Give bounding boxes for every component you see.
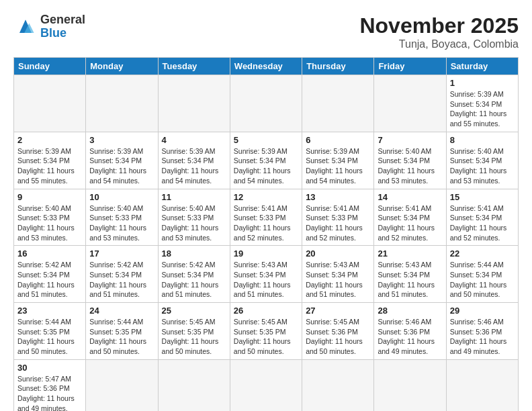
- day-header-tuesday: Tuesday: [158, 58, 230, 75]
- day-number: 11: [162, 192, 226, 202]
- day-number: 30: [17, 363, 82, 373]
- cell-info: Sunrise: 5:45 AM Sunset: 5:35 PM Dayligh…: [234, 317, 298, 357]
- day-number: 18: [162, 248, 226, 259]
- day-number: 5: [234, 135, 298, 145]
- cell-info: Sunrise: 5:40 AM Sunset: 5:33 PM Dayligh…: [89, 203, 154, 243]
- cell-info: Sunrise: 5:41 AM Sunset: 5:34 PM Dayligh…: [450, 203, 515, 243]
- cell-info: Sunrise: 5:40 AM Sunset: 5:34 PM Dayligh…: [450, 146, 515, 186]
- cell-info: Sunrise: 5:46 AM Sunset: 5:36 PM Dayligh…: [450, 317, 515, 357]
- cell-info: Sunrise: 5:39 AM Sunset: 5:34 PM Dayligh…: [234, 146, 298, 186]
- cell-info: Sunrise: 5:39 AM Sunset: 5:34 PM Dayligh…: [89, 146, 154, 186]
- cell-info: Sunrise: 5:44 AM Sunset: 5:35 PM Dayligh…: [17, 317, 82, 357]
- day-number: 23: [17, 306, 82, 316]
- cal-cell-24: 24Sunrise: 5:44 AM Sunset: 5:35 PM Dayli…: [86, 303, 158, 360]
- day-number: 7: [378, 135, 442, 145]
- header-row: SundayMondayTuesdayWednesdayThursdayFrid…: [14, 58, 519, 75]
- cell-info: Sunrise: 5:44 AM Sunset: 5:34 PM Dayligh…: [450, 260, 515, 300]
- cell-info: Sunrise: 5:46 AM Sunset: 5:36 PM Dayligh…: [378, 317, 442, 357]
- day-number: 9: [17, 192, 82, 202]
- day-header-thursday: Thursday: [302, 58, 374, 75]
- day-number: 8: [450, 135, 515, 145]
- cal-cell-11: 11Sunrise: 5:40 AM Sunset: 5:33 PM Dayli…: [158, 189, 230, 246]
- cal-cell-1: 1Sunrise: 5:39 AM Sunset: 5:34 PM Daylig…: [446, 75, 518, 132]
- day-number: 6: [306, 135, 370, 145]
- day-number: 25: [162, 306, 226, 316]
- day-number: 26: [234, 306, 298, 316]
- cal-cell-25: 25Sunrise: 5:45 AM Sunset: 5:35 PM Dayli…: [158, 303, 230, 360]
- day-number: 2: [17, 135, 82, 145]
- cell-info: Sunrise: 5:40 AM Sunset: 5:34 PM Dayligh…: [378, 146, 442, 186]
- cal-cell-empty-5-5: [374, 359, 446, 411]
- cal-cell-3: 3Sunrise: 5:39 AM Sunset: 5:34 PM Daylig…: [86, 132, 158, 189]
- cal-cell-6: 6Sunrise: 5:39 AM Sunset: 5:34 PM Daylig…: [302, 132, 374, 189]
- day-number: 27: [306, 306, 370, 316]
- cal-cell-18: 18Sunrise: 5:42 AM Sunset: 5:34 PM Dayli…: [158, 246, 230, 303]
- day-number: 22: [450, 248, 515, 259]
- cal-cell-23: 23Sunrise: 5:44 AM Sunset: 5:35 PM Dayli…: [14, 303, 86, 360]
- cell-info: Sunrise: 5:45 AM Sunset: 5:35 PM Dayligh…: [162, 317, 226, 357]
- week-row-1: 2Sunrise: 5:39 AM Sunset: 5:34 PM Daylig…: [14, 132, 519, 189]
- day-number: 10: [89, 192, 154, 202]
- cal-cell-12: 12Sunrise: 5:41 AM Sunset: 5:33 PM Dayli…: [230, 189, 302, 246]
- day-header-saturday: Saturday: [446, 58, 518, 75]
- cal-cell-empty-0-4: [302, 75, 374, 132]
- day-header-monday: Monday: [86, 58, 158, 75]
- cell-info: Sunrise: 5:40 AM Sunset: 5:33 PM Dayligh…: [17, 203, 82, 243]
- day-number: 21: [378, 248, 442, 259]
- cell-info: Sunrise: 5:42 AM Sunset: 5:34 PM Dayligh…: [89, 260, 154, 300]
- cal-cell-27: 27Sunrise: 5:45 AM Sunset: 5:36 PM Dayli…: [302, 303, 374, 360]
- cell-info: Sunrise: 5:45 AM Sunset: 5:36 PM Dayligh…: [306, 317, 370, 357]
- week-row-0: 1Sunrise: 5:39 AM Sunset: 5:34 PM Daylig…: [14, 75, 519, 132]
- day-header-friday: Friday: [374, 58, 446, 75]
- cal-cell-4: 4Sunrise: 5:39 AM Sunset: 5:34 PM Daylig…: [158, 132, 230, 189]
- cell-info: Sunrise: 5:43 AM Sunset: 5:34 PM Dayligh…: [306, 260, 370, 300]
- cell-info: Sunrise: 5:42 AM Sunset: 5:34 PM Dayligh…: [17, 260, 82, 300]
- logo-icon: [13, 15, 38, 39]
- cal-cell-8: 8Sunrise: 5:40 AM Sunset: 5:34 PM Daylig…: [446, 132, 518, 189]
- week-row-5: 30Sunrise: 5:47 AM Sunset: 5:36 PM Dayli…: [14, 359, 519, 411]
- cal-cell-28: 28Sunrise: 5:46 AM Sunset: 5:36 PM Dayli…: [374, 303, 446, 360]
- cell-info: Sunrise: 5:41 AM Sunset: 5:33 PM Dayligh…: [234, 203, 298, 243]
- week-row-4: 23Sunrise: 5:44 AM Sunset: 5:35 PM Dayli…: [14, 303, 519, 360]
- day-number: 4: [162, 135, 226, 145]
- day-number: 28: [378, 306, 442, 316]
- title-area: November 2025 Tunja, Boyaca, Colombia: [359, 13, 519, 50]
- day-number: 12: [234, 192, 298, 202]
- day-number: 3: [89, 135, 154, 145]
- day-header-wednesday: Wednesday: [230, 58, 302, 75]
- cal-cell-empty-0-1: [86, 75, 158, 132]
- cal-cell-21: 21Sunrise: 5:43 AM Sunset: 5:34 PM Dayli…: [374, 246, 446, 303]
- cell-info: Sunrise: 5:43 AM Sunset: 5:34 PM Dayligh…: [234, 260, 298, 300]
- cal-cell-9: 9Sunrise: 5:40 AM Sunset: 5:33 PM Daylig…: [14, 189, 86, 246]
- cal-cell-empty-5-2: [158, 359, 230, 411]
- logo-blue: Blue: [40, 27, 85, 40]
- month-title: November 2025: [359, 13, 519, 38]
- cell-info: Sunrise: 5:47 AM Sunset: 5:36 PM Dayligh…: [17, 374, 82, 411]
- day-number: 24: [89, 306, 154, 316]
- cell-info: Sunrise: 5:39 AM Sunset: 5:34 PM Dayligh…: [450, 89, 515, 129]
- cal-cell-14: 14Sunrise: 5:41 AM Sunset: 5:34 PM Dayli…: [374, 189, 446, 246]
- cell-info: Sunrise: 5:41 AM Sunset: 5:34 PM Dayligh…: [378, 203, 442, 243]
- cal-cell-15: 15Sunrise: 5:41 AM Sunset: 5:34 PM Dayli…: [446, 189, 518, 246]
- cal-cell-5: 5Sunrise: 5:39 AM Sunset: 5:34 PM Daylig…: [230, 132, 302, 189]
- cal-cell-13: 13Sunrise: 5:41 AM Sunset: 5:33 PM Dayli…: [302, 189, 374, 246]
- cal-cell-22: 22Sunrise: 5:44 AM Sunset: 5:34 PM Dayli…: [446, 246, 518, 303]
- cal-cell-7: 7Sunrise: 5:40 AM Sunset: 5:34 PM Daylig…: [374, 132, 446, 189]
- cell-info: Sunrise: 5:42 AM Sunset: 5:34 PM Dayligh…: [162, 260, 226, 300]
- cal-cell-20: 20Sunrise: 5:43 AM Sunset: 5:34 PM Dayli…: [302, 246, 374, 303]
- day-number: 15: [450, 192, 515, 202]
- cal-cell-empty-5-4: [302, 359, 374, 411]
- day-number: 13: [306, 192, 370, 202]
- cal-cell-19: 19Sunrise: 5:43 AM Sunset: 5:34 PM Dayli…: [230, 246, 302, 303]
- cal-cell-empty-0-3: [230, 75, 302, 132]
- calendar-table: SundayMondayTuesdayWednesdayThursdayFrid…: [13, 57, 519, 411]
- cell-info: Sunrise: 5:41 AM Sunset: 5:33 PM Dayligh…: [306, 203, 370, 243]
- day-number: 17: [89, 248, 154, 259]
- cal-cell-2: 2Sunrise: 5:39 AM Sunset: 5:34 PM Daylig…: [14, 132, 86, 189]
- day-number: 19: [234, 248, 298, 259]
- day-number: 20: [306, 248, 370, 259]
- cal-cell-empty-0-0: [14, 75, 86, 132]
- cal-cell-empty-5-6: [446, 359, 518, 411]
- cal-cell-empty-0-5: [374, 75, 446, 132]
- cell-info: Sunrise: 5:39 AM Sunset: 5:34 PM Dayligh…: [162, 146, 226, 186]
